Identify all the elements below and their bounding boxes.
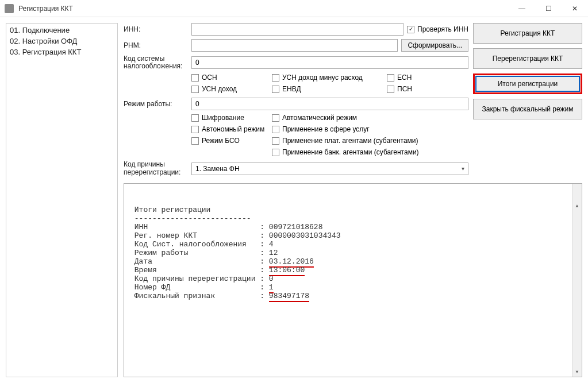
mode-value[interactable]: 0 [191,98,468,110]
minimize-button[interactable]: — [509,0,535,17]
generate-button[interactable]: Сформировать... [401,39,468,52]
check-icon [407,26,414,33]
scroll-up-icon[interactable]: ▲ [572,201,582,211]
chk-cipher[interactable]: Шифрование [191,114,272,122]
register-button[interactable]: Регистрация ККТ [473,23,582,44]
chk-usn-dmr[interactable]: УСН доход минус расход [272,73,387,82]
inn-label: ИНН: [124,25,188,33]
check-inn-checkbox[interactable]: Проверять ИНН [407,25,468,33]
chk-envd[interactable]: ЕНВД [272,85,387,93]
output-pane[interactable]: Итоги регистрации ----------------------… [124,183,582,377]
chk-esn[interactable]: ЕСН [387,73,450,82]
close-button[interactable]: ✕ [562,0,588,17]
chk-bso[interactable]: Режим БСО [191,137,272,145]
chk-usn-d[interactable]: УСН доход [191,85,272,93]
tax-code-value[interactable]: 0 [191,56,468,69]
output-text: Итоги регистрации ----------------------… [130,206,576,300]
window-controls: — ☐ ✕ [509,0,588,17]
sidebar: 01. Подключение 02. Настройки ОФД 03. Ре… [6,23,118,377]
chk-bank[interactable]: Применение банк. агентами (субагентами) [272,148,468,156]
reregister-button[interactable]: Перерегистрация ККТ [473,48,582,69]
tax-code-label: Код системы налогообложения: [124,55,188,70]
titlebar: Регистрация ККТ — ☐ ✕ [0,0,588,17]
chk-osn[interactable]: ОСН [191,73,272,82]
chk-services[interactable]: Применение в сфере услуг [272,125,468,133]
results-button[interactable]: Итоги регистрации [473,73,582,94]
window-title: Регистрация ККТ [18,5,509,13]
sidebar-item-ofd[interactable]: 02. Настройки ОФД [7,36,116,47]
chk-auto[interactable]: Автоматический режим [272,114,468,122]
sidebar-item-registration[interactable]: 03. Регистрация ККТ [7,47,116,57]
app-icon [5,4,14,13]
chevron-down-icon: ▾ [462,165,464,172]
maximize-button[interactable]: ☐ [535,0,562,17]
rereg-select[interactable]: 1. Замена ФН ▾ [191,163,468,175]
sidebar-item-connection[interactable]: 01. Подключение [7,25,116,36]
rereg-label: Код причины перерегистрации: [124,161,188,176]
inn-input[interactable] [191,23,403,36]
chk-plat[interactable]: Применение плат. агентами (субагентами) [272,137,468,145]
chk-autonom[interactable]: Автономный режим [191,125,272,133]
rnm-label: РНМ: [124,41,188,49]
mode-label: Режим работы: [124,100,188,108]
check-inn-label: Проверять ИНН [417,25,468,33]
scroll-down-icon[interactable]: ▼ [572,367,582,377]
chk-psn[interactable]: ПСН [387,85,450,93]
close-fiscal-button[interactable]: Закрыть фискальный режим [473,99,582,119]
rnm-input[interactable] [191,39,398,52]
scrollbar-vertical[interactable]: ▲ ▼ [572,184,582,377]
